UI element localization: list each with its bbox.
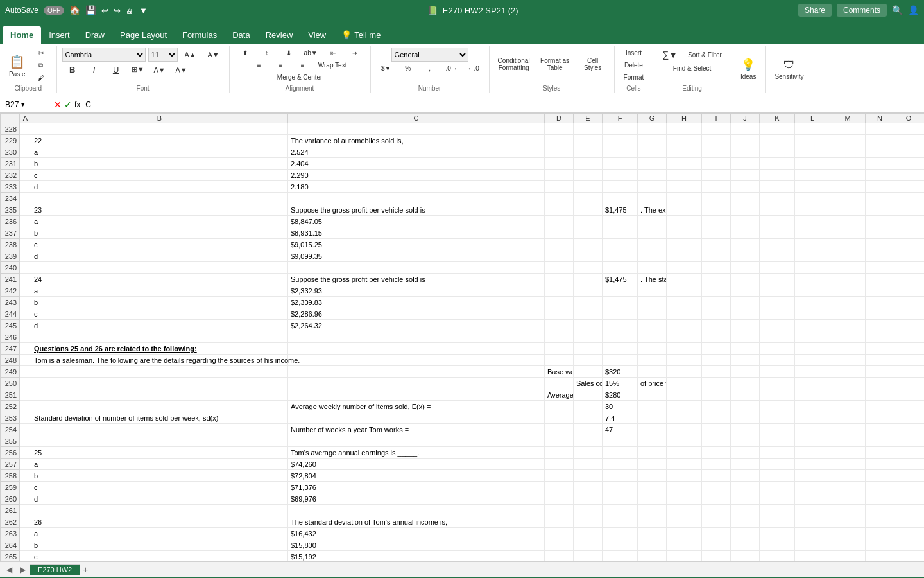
grid-cell[interactable] — [731, 239, 760, 250]
grid-cell[interactable] — [731, 447, 760, 459]
grid-cell[interactable] — [545, 297, 574, 308]
grid-cell[interactable] — [574, 285, 603, 297]
grid-cell[interactable]: Standard deviation of number of items so… — [31, 412, 288, 424]
grid-cell[interactable] — [760, 227, 795, 239]
grid-cell[interactable] — [574, 193, 603, 204]
grid-cell[interactable] — [702, 239, 731, 250]
italic-button[interactable]: I — [84, 63, 105, 76]
grid-cell[interactable] — [667, 470, 702, 482]
grid-cell[interactable] — [894, 459, 923, 470]
grid-cell[interactable] — [760, 239, 795, 250]
grid-cell[interactable] — [894, 146, 923, 158]
format-as-table-button[interactable]: Format as Table — [536, 48, 574, 81]
grid-cell[interactable] — [603, 539, 638, 551]
grid-cell[interactable] — [830, 274, 866, 285]
grid-cell[interactable] — [20, 239, 31, 250]
comments-button[interactable]: Comments — [837, 4, 887, 17]
grid-cell[interactable] — [20, 204, 31, 216]
grid-cell[interactable] — [638, 331, 667, 343]
grid-cell[interactable] — [731, 320, 760, 331]
grid-cell[interactable] — [545, 528, 574, 539]
grid-cell[interactable] — [667, 320, 702, 331]
grid-cell[interactable] — [731, 227, 760, 239]
grid-cell[interactable] — [795, 239, 830, 250]
save-icon[interactable]: 💾 — [85, 5, 96, 15]
grid-cell[interactable] — [760, 146, 795, 158]
grid-cell[interactable] — [667, 274, 702, 285]
grid-cell[interactable] — [795, 470, 830, 482]
grid-cell[interactable] — [638, 447, 667, 459]
grid-cell[interactable] — [545, 343, 574, 355]
grid-cell[interactable] — [574, 123, 603, 135]
grid-cell[interactable] — [866, 389, 894, 401]
grid-cell[interactable] — [545, 493, 574, 505]
grid-cell[interactable] — [731, 135, 760, 146]
grid-cell[interactable] — [866, 239, 894, 250]
grid-cell[interactable] — [574, 424, 603, 435]
grid-cell[interactable]: b — [31, 227, 288, 239]
grid-cell[interactable] — [866, 135, 894, 146]
grid-cell[interactable] — [866, 505, 894, 516]
grid-cell[interactable] — [638, 193, 667, 204]
grid-cell[interactable]: $8,931.15 — [288, 227, 545, 239]
grid-cell[interactable] — [830, 331, 866, 343]
grid-cell[interactable] — [574, 539, 603, 551]
grid-cell[interactable] — [795, 297, 830, 308]
tab-draw[interactable]: Draw — [78, 26, 112, 44]
grid-cell[interactable] — [31, 193, 288, 204]
grid-cell[interactable] — [795, 551, 830, 562]
grid-cell[interactable] — [702, 505, 731, 516]
grid-cell[interactable] — [574, 297, 603, 308]
grid-cell[interactable] — [702, 539, 731, 551]
grid-cell[interactable] — [20, 331, 31, 343]
grid-cell[interactable] — [574, 343, 603, 355]
grid-cell[interactable] — [603, 355, 638, 366]
col-header-I[interactable]: I — [702, 114, 731, 123]
grid-cell[interactable] — [603, 181, 638, 193]
grid-cell[interactable] — [667, 482, 702, 493]
col-header-B[interactable]: B — [31, 114, 288, 123]
grid-cell[interactable] — [866, 331, 894, 343]
grid-cell[interactable] — [866, 227, 894, 239]
grid-cell[interactable] — [830, 459, 866, 470]
grid-cell[interactable] — [731, 146, 760, 158]
grid-cell[interactable] — [702, 308, 731, 320]
grid-cell[interactable]: Tom is a salesman. The following are the… — [31, 355, 288, 366]
insert-button[interactable]: Insert — [622, 48, 646, 58]
grid-cell[interactable] — [731, 331, 760, 343]
grid-cell[interactable] — [731, 459, 760, 470]
grid-cell[interactable] — [866, 320, 894, 331]
grid-cell[interactable] — [830, 551, 866, 562]
grid-cell[interactable] — [31, 366, 288, 378]
grid-cell[interactable] — [20, 493, 31, 505]
grid-cell[interactable]: 2.524 — [288, 146, 545, 158]
grid-cell[interactable] — [760, 424, 795, 435]
grid-cell[interactable] — [638, 539, 667, 551]
tab-view[interactable]: View — [300, 26, 334, 44]
profile-icon[interactable]: 👤 — [908, 5, 919, 15]
font-color-button[interactable]: A▼ — [171, 64, 192, 76]
grid-cell[interactable] — [760, 297, 795, 308]
grid-cell[interactable] — [20, 378, 31, 389]
format-button[interactable]: Format — [620, 72, 648, 83]
grid-cell[interactable] — [830, 216, 866, 227]
grid-cell[interactable] — [760, 412, 795, 424]
grid-cell[interactable] — [638, 135, 667, 146]
grid-cell[interactable]: $8,847.05 — [288, 216, 545, 227]
grid-cell[interactable] — [866, 528, 894, 539]
grid-cell[interactable] — [731, 262, 760, 274]
grid-cell[interactable] — [20, 146, 31, 158]
grid-cell[interactable] — [702, 412, 731, 424]
grid-cell[interactable] — [702, 331, 731, 343]
autosave-toggle[interactable]: OFF — [44, 6, 64, 15]
grid-cell[interactable] — [866, 447, 894, 459]
grid-cell[interactable] — [830, 146, 866, 158]
grid-cell[interactable] — [603, 216, 638, 227]
grid-cell[interactable] — [20, 401, 31, 412]
grid-cell[interactable] — [702, 424, 731, 435]
grid-cell[interactable] — [795, 285, 830, 297]
comma-button[interactable]: , — [420, 63, 440, 74]
grid-cell[interactable] — [667, 355, 702, 366]
grid-cell[interactable] — [830, 123, 866, 135]
grid-cell[interactable]: c — [31, 551, 288, 562]
